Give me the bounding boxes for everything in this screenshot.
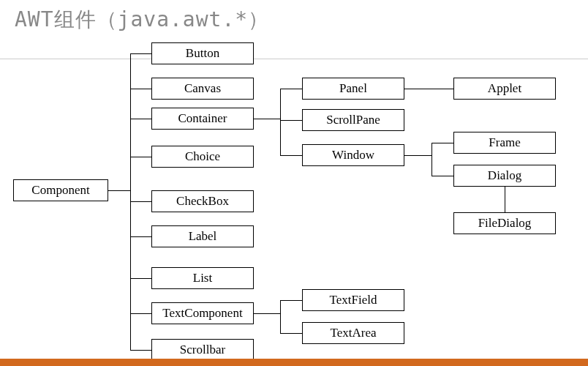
connector (130, 89, 151, 89)
connector (130, 157, 151, 157)
node-component: Component (13, 179, 108, 201)
connector (505, 187, 505, 212)
connector (130, 53, 151, 54)
bottom-accent-bar (0, 359, 588, 366)
connector (280, 89, 302, 89)
node-textarea: TextArea (302, 322, 404, 344)
node-choice: Choice (151, 146, 254, 168)
node-container: Container (151, 108, 254, 130)
node-button: Button (151, 42, 254, 64)
node-frame: Frame (453, 132, 556, 154)
node-applet: Applet (453, 78, 556, 100)
node-scrollbar: Scrollbar (151, 339, 254, 361)
node-panel: Panel (302, 78, 404, 100)
connector (254, 313, 280, 314)
connector (431, 143, 453, 143)
node-label: Label (151, 225, 254, 247)
connector (130, 278, 151, 279)
connector (108, 190, 130, 191)
connector (280, 89, 281, 155)
connector (280, 300, 302, 301)
horizontal-rule (0, 59, 588, 59)
connector (254, 119, 280, 119)
connector (130, 201, 151, 202)
node-textfield: TextField (302, 289, 404, 311)
diagram-title: AWT组件（java.awt.*） (15, 6, 269, 34)
connector (431, 143, 432, 176)
node-filedialog: FileDialog (453, 212, 556, 234)
node-textcomponent: TextComponent (151, 302, 254, 324)
node-window: Window (302, 144, 404, 166)
connector (280, 155, 302, 156)
connector (130, 313, 151, 314)
connector (130, 236, 151, 237)
connector (431, 176, 453, 176)
connector (404, 155, 431, 156)
connector (280, 300, 281, 333)
node-scrollpane: ScrollPane (302, 109, 404, 131)
connector (280, 333, 302, 334)
connector (130, 119, 151, 119)
node-dialog: Dialog (453, 165, 556, 187)
connector (280, 120, 302, 121)
connector (404, 89, 453, 89)
node-canvas: Canvas (151, 78, 254, 100)
node-checkbox: CheckBox (151, 190, 254, 212)
node-list: List (151, 267, 254, 289)
connector (130, 350, 151, 351)
